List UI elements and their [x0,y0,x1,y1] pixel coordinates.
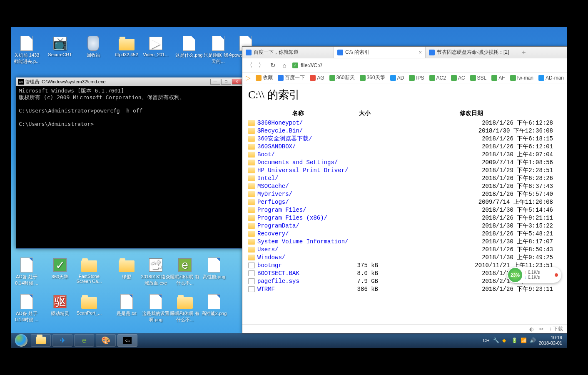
taskbar-app[interactable]: ✈ [52,334,72,347]
bookmark[interactable]: AF [491,75,505,81]
file-link[interactable]: $Recycle.Bin/ [257,128,349,134]
tray-icon[interactable]: 🔋 [511,338,517,343]
bookmark[interactable]: 百度一下 [278,74,305,81]
listing-row[interactable]: HP Universal Print Driver/2018/1/29 下午2:… [248,166,561,174]
desktop-icon[interactable]: ✓360天擎 [45,257,75,280]
listing-row[interactable]: MSOCache/2018/1/26 下午8:37:43 [248,182,561,190]
taskbar-explorer[interactable] [31,334,51,347]
home-button[interactable]: ⌂ [281,62,288,69]
listing-row[interactable]: Intel/2018/1/26 下午6:28:26 [248,174,561,182]
minimize-button[interactable]: — [210,79,220,85]
file-link[interactable]: Recovery/ [257,230,349,237]
clock[interactable]: 10:19 2018-02-01 [539,335,562,346]
bookmark-menu-icon[interactable]: ▷ [246,74,251,82]
desktop-icon[interactable]: 这是什么.png [174,35,204,58]
close-button[interactable]: ✕ [232,79,242,85]
bookmark[interactable]: AC [451,75,465,81]
listing-row[interactable]: Program Files/2018/1/30 下午5:14:46 [248,206,561,214]
file-link[interactable]: Documents and Settings/ [257,159,349,166]
desktop-icon[interactable]: AD备 处于 0.14时候 ... [12,257,42,286]
file-link[interactable]: MyDrivers/ [257,191,349,198]
bookmark[interactable]: AD [390,75,404,81]
tray-icon[interactable]: ◆ [502,338,508,343]
listing-row[interactable]: Program Files (x86)/2018/1/26 下午9:21:11 [248,214,561,222]
file-link[interactable]: WTRMF [257,286,349,292]
bookmark[interactable]: IPS [409,75,424,81]
desktop-icon[interactable]: ▶Video_201... [141,35,171,57]
listing-row[interactable]: Windows/2018/1/30 上午9:49:25 [248,253,561,261]
listing-row[interactable]: PerfLogs/2009/7/14 上午11:20:08 [248,198,561,206]
desktop-icon-recycle[interactable]: 回收站 [78,35,108,58]
lang-indicator[interactable]: CH [483,338,490,343]
desktop-icon[interactable]: 绿盟 [112,257,142,280]
listing-row[interactable]: MyDrivers/2018/1/26 下午5:57:40 [248,190,561,198]
file-link[interactable]: PerfLogs/ [257,199,349,205]
file-link[interactable]: 360安全浏览器下载/ [257,135,349,142]
listing-row[interactable]: System Volume Information/2018/1/30 上午8:… [248,238,561,245]
start-button[interactable] [12,334,30,347]
desktop-icon[interactable]: 高性能2.png [199,294,229,317]
cmd-output[interactable]: Microsoft Windows [版本 6.1.7601] 版权所有 (c)… [16,86,244,129]
new-tab-button[interactable]: + [517,47,531,58]
desktop-icon[interactable]: e睡眠和休眠 有什么不... [170,257,200,286]
file-link[interactable]: Program Files/ [257,207,349,213]
listing-row[interactable]: Users/2018/1/26 下午8:50:43 [248,245,561,253]
desktop-icon[interactable]: ScanPort_... [74,294,104,315]
cmd-titlebar[interactable]: C:\ 管理员: C:\Windows\system32\cmd.exe — □… [16,78,244,86]
bookmark[interactable]: AD-man [538,75,564,81]
bookmark[interactable]: AG [310,75,324,81]
file-link[interactable]: Boot/ [257,151,349,158]
speed-widget[interactable]: 23% 0.1K/s 0.1K/s [507,267,561,283]
file-link[interactable]: System Volume Information/ [257,238,349,245]
tab[interactable]: 百度一下，你就知道 [242,47,334,58]
bookmark[interactable]: 收藏 [256,74,273,81]
cmd-window[interactable]: C:\ 管理员: C:\Windows\system32\cmd.exe — □… [16,77,244,249]
desktop-icon[interactable]: 只是睡眠 我今天的... [203,35,233,65]
reload-button[interactable]: ↻ [269,62,277,69]
bookmark[interactable]: fw-man [510,75,533,81]
taskbar-browser[interactable]: e [74,334,94,347]
listing-row[interactable]: Boot/2018/1/30 上午4:07:04 [248,150,561,158]
listing-row[interactable]: Recovery/2018/1/26 下午5:48:21 [248,230,561,238]
browser-window[interactable]: 百度一下，你就知道 C:\\ 的索引 × 节省固态硬盘寿命-减少损耗：[2] +… [242,46,567,334]
taskbar-cmd[interactable]: C:\ [117,334,137,347]
file-link[interactable]: MSOCache/ [257,183,349,190]
bookmark[interactable]: 360新天 [329,74,355,81]
desktop-icon[interactable]: FastStone Screen Ca... [74,257,104,284]
listing-row[interactable]: Documents and Settings/2009/7/14 下午1:08:… [248,158,561,166]
network-icon[interactable]: 📶 [521,338,526,343]
volume-icon[interactable]: 🔊 [530,338,536,343]
desktop-icon[interactable]: 📽20180131络众城放血.exe [141,257,171,286]
file-link[interactable]: BOOTSECT.BAK [257,270,349,277]
tab-active[interactable]: C:\\ 的索引 × [334,47,426,58]
bookmark[interactable]: SSL [470,75,487,81]
tab-close-icon[interactable]: × [419,49,422,55]
file-link[interactable]: $360Honeypot/ [257,120,349,126]
listing-row[interactable]: $Recycle.Bin/2018/1/30 下午12:36:08 [248,127,561,135]
back-button[interactable]: 〈 [246,62,253,69]
status-icon[interactable]: ◐ [529,326,533,332]
taskbar-paint[interactable]: 🎨 [96,334,116,347]
desktop-icon[interactable]: 高性能.png [199,257,229,280]
file-link[interactable]: pagefile.sys [257,278,349,285]
maximize-button[interactable]: □ [221,79,231,85]
url-input[interactable]: ✓ file:///C:// [292,62,564,68]
file-link[interactable]: HP Universal Print Driver/ [257,167,349,174]
desktop-icon[interactable]: AD备 处于 0.14时候 ... [12,294,42,323]
bookmark[interactable]: 360天擎 [360,74,385,81]
file-link[interactable]: ProgramData/ [257,222,349,229]
forward-button[interactable]: 〉 [257,62,265,69]
listing-row[interactable]: ProgramData/2018/1/30 下午3:15:22 [248,222,561,230]
listing-row[interactable]: 360SANDBOX/2018/1/26 下午6:12:01 [248,142,561,150]
desktop-icon[interactable]: 驱驱动精灵 [45,294,75,317]
listing-row[interactable]: 360安全浏览器下载/2018/1/26 下午6:18:15 [248,135,561,142]
listing-row[interactable]: $360Honeypot/2018/1/26 下午6:12:28 [248,119,561,127]
file-link[interactable]: Users/ [257,246,349,253]
bookmark[interactable]: AC2 [429,75,446,81]
file-link[interactable]: Program Files (x86)/ [257,215,349,221]
file-link[interactable]: Intel/ [257,175,349,182]
file-link[interactable]: Windows/ [257,254,349,261]
download-button[interactable]: ↓ 下载 [549,325,563,332]
tray-icon[interactable]: 🔧 [493,338,499,343]
desktop-icon[interactable]: 关机前 1433 都能进去.p... [12,35,42,65]
